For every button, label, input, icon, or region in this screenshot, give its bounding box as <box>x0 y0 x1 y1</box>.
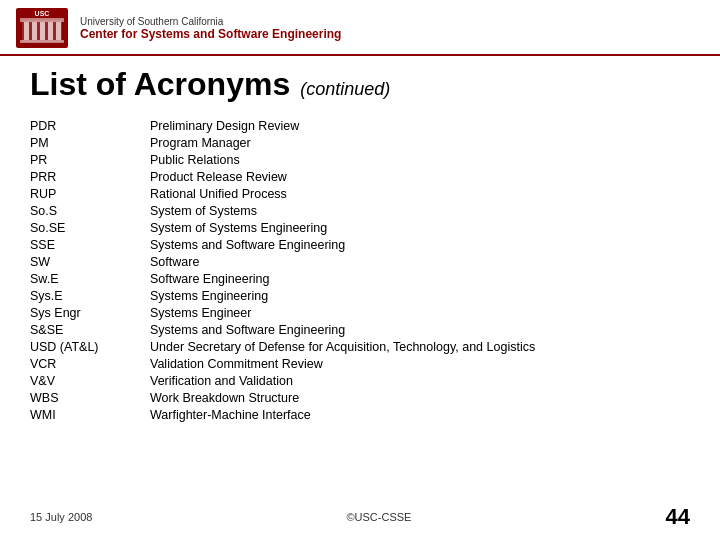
acronym-definition: Systems and Software Engineering <box>150 236 690 253</box>
acronym-definition: Program Manager <box>150 134 690 151</box>
table-row: Sys.ESystems Engineering <box>30 287 690 304</box>
acronym-abbr: WMI <box>30 406 150 423</box>
acronym-definition: Validation Commitment Review <box>150 355 690 372</box>
acronym-abbr: SSE <box>30 236 150 253</box>
svg-rect-5 <box>40 22 45 40</box>
center-name: Center for Systems and Software Engineer… <box>80 27 341 41</box>
acronym-abbr: So.S <box>30 202 150 219</box>
table-row: Sys EngrSystems Engineer <box>30 304 690 321</box>
acronym-abbr: So.SE <box>30 219 150 236</box>
table-row: VCRValidation Commitment Review <box>30 355 690 372</box>
header-text: University of Southern California Center… <box>80 16 341 41</box>
acronym-abbr: S&SE <box>30 321 150 338</box>
acronym-definition: Verification and Validation <box>150 372 690 389</box>
acronym-definition: Software Engineering <box>150 270 690 287</box>
acronym-abbr: PR <box>30 151 150 168</box>
svg-rect-6 <box>48 22 53 40</box>
main-content: List of Acronyms (continued) PDRPrelimin… <box>0 56 720 433</box>
acronym-table: PDRPreliminary Design ReviewPMProgram Ma… <box>30 117 690 423</box>
acronym-abbr: Sys Engr <box>30 304 150 321</box>
acronym-abbr: PDR <box>30 117 150 134</box>
table-row: PRPublic Relations <box>30 151 690 168</box>
title-main: List of Acronyms <box>30 66 290 103</box>
table-row: SSESystems and Software Engineering <box>30 236 690 253</box>
svg-rect-4 <box>32 22 37 40</box>
table-row: So.SSystem of Systems <box>30 202 690 219</box>
table-row: PMProgram Manager <box>30 134 690 151</box>
acronym-abbr: RUP <box>30 185 150 202</box>
table-row: S&SESystems and Software Engineering <box>30 321 690 338</box>
acronym-abbr: V&V <box>30 372 150 389</box>
table-row: V&VVerification and Validation <box>30 372 690 389</box>
logo-container: USC <box>16 8 68 48</box>
acronym-definition: Product Release Review <box>150 168 690 185</box>
table-row: USD (AT&L)Under Secretary of Defense for… <box>30 338 690 355</box>
acronym-definition: Systems and Software Engineering <box>150 321 690 338</box>
table-row: So.SESystem of Systems Engineering <box>30 219 690 236</box>
footer-page: 44 <box>666 504 690 530</box>
acronym-definition: Warfighter-Machine Interface <box>150 406 690 423</box>
university-name: University of Southern California <box>80 16 341 27</box>
acronym-abbr: VCR <box>30 355 150 372</box>
acronym-abbr: PM <box>30 134 150 151</box>
acronym-abbr: Sys.E <box>30 287 150 304</box>
page-title: List of Acronyms (continued) <box>30 66 690 103</box>
table-row: WBSWork Breakdown Structure <box>30 389 690 406</box>
acronym-definition: Rational Unified Process <box>150 185 690 202</box>
acronym-definition: Preliminary Design Review <box>150 117 690 134</box>
page-footer: 15 July 2008 ©USC-CSSE 44 <box>0 504 720 530</box>
table-row: Sw.ESoftware Engineering <box>30 270 690 287</box>
acronym-definition: System of Systems <box>150 202 690 219</box>
usc-logo: USC <box>16 8 68 48</box>
page-header: USC University of Southern California Ce… <box>0 0 720 56</box>
acronym-abbr: SW <box>30 253 150 270</box>
footer-copyright: ©USC-CSSE <box>346 511 411 523</box>
table-row: RUPRational Unified Process <box>30 185 690 202</box>
title-continued: (continued) <box>300 79 390 100</box>
acronym-abbr: WBS <box>30 389 150 406</box>
acronym-abbr: PRR <box>30 168 150 185</box>
acronym-definition: Systems Engineering <box>150 287 690 304</box>
acronym-definition: Public Relations <box>150 151 690 168</box>
acronym-definition: System of Systems Engineering <box>150 219 690 236</box>
svg-rect-3 <box>24 22 29 40</box>
acronym-abbr: Sw.E <box>30 270 150 287</box>
table-row: PDRPreliminary Design Review <box>30 117 690 134</box>
svg-rect-9 <box>20 40 64 43</box>
acronym-abbr: USD (AT&L) <box>30 338 150 355</box>
acronym-definition: Systems Engineer <box>150 304 690 321</box>
svg-text:USC: USC <box>35 10 50 17</box>
svg-rect-7 <box>56 22 61 40</box>
table-row: SWSoftware <box>30 253 690 270</box>
acronym-definition: Under Secretary of Defense for Acquisiti… <box>150 338 690 355</box>
footer-date: 15 July 2008 <box>30 511 92 523</box>
table-row: PRRProduct Release Review <box>30 168 690 185</box>
acronym-definition: Work Breakdown Structure <box>150 389 690 406</box>
acronym-definition: Software <box>150 253 690 270</box>
table-row: WMIWarfighter-Machine Interface <box>30 406 690 423</box>
svg-rect-8 <box>20 18 64 22</box>
